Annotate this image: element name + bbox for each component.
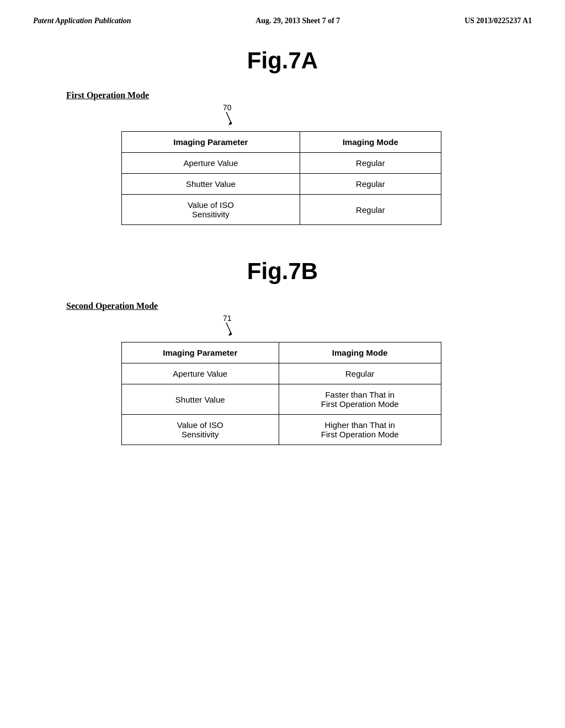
header-publication-label: Patent Application Publication bbox=[33, 17, 131, 25]
fig7a-row2-mode: Regular bbox=[300, 174, 441, 195]
fig7b-row2-param: Shutter Value bbox=[122, 384, 279, 415]
page-header: Patent Application Publication Aug. 29, … bbox=[33, 11, 532, 36]
fig7a-row1-mode: Regular bbox=[300, 153, 441, 174]
fig7b-row3-param: Value of ISOSensitivity bbox=[122, 415, 279, 445]
table-row: Imaging Parameter Imaging Mode bbox=[122, 132, 441, 153]
fig7b-table: Imaging Parameter Imaging Mode Aperture … bbox=[121, 342, 441, 445]
fig7b-row1-mode: Regular bbox=[279, 363, 441, 384]
header-patent-number: US 2013/0225237 A1 bbox=[465, 17, 532, 25]
fig7b-row3-mode: Higher than That inFirst Operation Mode bbox=[279, 415, 441, 445]
table-row: Value of ISOSensitivity Regular bbox=[122, 195, 441, 225]
fig7a-title: Fig.7A bbox=[33, 47, 532, 74]
fig7b-col-header-mode: Imaging Mode bbox=[279, 342, 441, 363]
fig7a-row3-param: Value of ISOSensitivity bbox=[122, 195, 300, 225]
fig7a-row2-param: Shutter Value bbox=[122, 174, 300, 195]
fig7b-row1-param: Aperture Value bbox=[122, 363, 279, 384]
fig7a-section: Fig.7A First Operation Mode 70 Imaging P… bbox=[33, 47, 532, 225]
table-row: Shutter Value Regular bbox=[122, 174, 441, 195]
fig7a-arrow-icon bbox=[221, 112, 237, 129]
table-row: Imaging Parameter Imaging Mode bbox=[122, 342, 441, 363]
table-row: Shutter Value Faster than That inFirst O… bbox=[122, 384, 441, 415]
table-row: Value of ISOSensitivity Higher than That… bbox=[122, 415, 441, 445]
fig7a-col-header-mode: Imaging Mode bbox=[300, 132, 441, 153]
fig7b-ref-number: 71 bbox=[223, 314, 232, 323]
fig7a-row3-mode: Regular bbox=[300, 195, 441, 225]
fig7a-table: Imaging Parameter Imaging Mode Aperture … bbox=[121, 131, 441, 225]
table-row: Aperture Value Regular bbox=[122, 363, 441, 384]
fig7b-mode-label: Second Operation Mode bbox=[66, 301, 532, 311]
fig7b-col-header-param: Imaging Parameter bbox=[122, 342, 279, 363]
fig7a-mode-label: First Operation Mode bbox=[66, 90, 532, 100]
fig7b-arrow-icon bbox=[221, 323, 237, 339]
table-row: Aperture Value Regular bbox=[122, 153, 441, 174]
fig7a-col-header-param: Imaging Parameter bbox=[122, 132, 300, 153]
header-date-sheet: Aug. 29, 2013 Sheet 7 of 7 bbox=[255, 17, 340, 25]
fig7b-table-wrapper: Imaging Parameter Imaging Mode Aperture … bbox=[121, 342, 441, 445]
fig7b-section: Fig.7B Second Operation Mode 71 Imaging … bbox=[33, 258, 532, 445]
fig7a-ref-number: 70 bbox=[223, 103, 232, 112]
fig7b-title: Fig.7B bbox=[33, 258, 532, 285]
fig7a-row1-param: Aperture Value bbox=[122, 153, 300, 174]
fig7a-table-wrapper: Imaging Parameter Imaging Mode Aperture … bbox=[121, 131, 441, 225]
fig7b-row2-mode: Faster than That inFirst Operation Mode bbox=[279, 384, 441, 415]
